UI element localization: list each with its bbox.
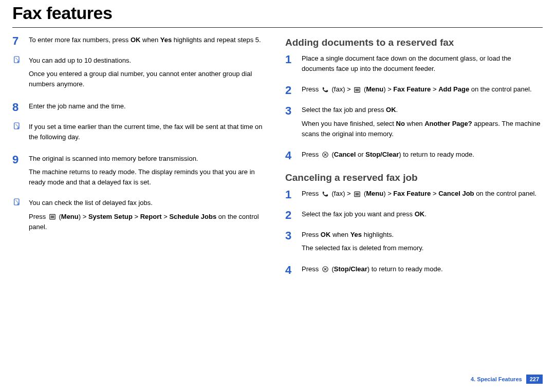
text: >	[133, 213, 140, 220]
step-9: 9 The original is scanned into memory be…	[12, 154, 270, 191]
text: >	[431, 190, 438, 197]
text-bold: Cancel Job	[438, 190, 474, 197]
text: You can add up to 10 destinations.	[29, 55, 270, 66]
right-column: Adding documents to a reserved fax 1 Pla…	[285, 35, 543, 285]
note-icon	[12, 122, 22, 145]
page-number: 227	[526, 375, 543, 384]
step-number: 9	[12, 154, 22, 191]
text: ) >	[383, 85, 393, 93]
left-column: 7 To enter more fax numbers, press OK wh…	[12, 35, 270, 285]
text: To enter more fax numbers, press	[29, 36, 131, 44]
text: If you set a time earlier than the curre…	[29, 122, 270, 142]
step-body: Enter the job name and the time.	[29, 101, 126, 115]
text: (fax) >	[330, 190, 353, 197]
text: The machine returns to ready mode. The d…	[29, 167, 270, 188]
note-body: You can add up to 10 destinations. Once …	[29, 55, 270, 92]
step-number: 2	[285, 84, 294, 98]
text-bold: Stop/Clear	[365, 151, 399, 158]
text: You can check the list of delayed fax jo…	[29, 198, 270, 208]
text: ) >	[383, 190, 393, 197]
text: Press	[302, 231, 321, 238]
cancel-step-1: 1 Press (fax) > (Menu) > Fax Feature > C…	[285, 189, 543, 202]
text-bold: Another Page?	[424, 120, 472, 127]
text-bold: Yes	[160, 36, 172, 44]
add-step-4: 4 Press (Cancel or Stop/Clear) to return…	[285, 150, 543, 163]
text: .	[396, 106, 398, 114]
add-step-3: 3 Select the fax job and press OK. When …	[285, 105, 543, 142]
cancel-step-4: 4 Press (Stop/Clear) to return to ready …	[285, 264, 543, 277]
page-footer: 4. Special Features 227	[471, 375, 543, 384]
text: when	[330, 231, 350, 238]
cancel-step-2: 2 Select the fax job you want and press …	[285, 209, 543, 222]
note-icon	[12, 55, 22, 92]
step-number: 2	[285, 209, 294, 222]
stop-icon	[322, 151, 329, 158]
text-bold: Report	[140, 213, 162, 220]
step-body: Press (Cancel or Stop/Clear) to return t…	[302, 150, 474, 163]
step-body: Select the fax job and press OK. When yo…	[302, 105, 543, 142]
text: >	[162, 213, 170, 220]
step-body: Press (fax) > (Menu) > Fax Feature > Add…	[302, 84, 532, 98]
text-bold: Yes	[350, 231, 362, 238]
text-bold: OK	[321, 231, 331, 238]
step-number: 3	[285, 230, 294, 256]
text: >	[81, 213, 88, 220]
text-bold: Menu	[366, 85, 383, 93]
text: Press	[302, 151, 321, 158]
text: Press	[302, 85, 321, 93]
text: Select the fax job you want and press	[302, 210, 415, 218]
note-body: If you set a time earlier than the curre…	[29, 122, 270, 145]
page-title: Fax features	[12, 0, 543, 27]
text-bold: Stop/Clear	[334, 265, 367, 273]
text: Press	[29, 213, 48, 220]
step-body: Press OK when Yes highlights. The select…	[302, 230, 423, 256]
step-number: 3	[285, 105, 294, 142]
fax-icon	[322, 191, 329, 198]
add-step-2: 2 Press (fax) > (Menu) > Fax Feature > A…	[285, 84, 543, 98]
step-body: To enter more fax numbers, press OK when…	[29, 35, 261, 48]
text: Enter the job name and the time.	[29, 101, 126, 111]
text-bold: System Setup	[88, 213, 133, 220]
fax-icon	[322, 86, 329, 94]
content-columns: 7 To enter more fax numbers, press OK wh…	[12, 35, 543, 285]
text: highlights and repeat steps 5.	[172, 36, 261, 44]
step-number: 4	[285, 150, 294, 163]
step-8: 8 Enter the job name and the time.	[12, 101, 270, 115]
note-body: You can check the list of delayed fax jo…	[29, 198, 270, 235]
text: highlights.	[362, 231, 394, 238]
note-block: You can check the list of delayed fax jo…	[12, 198, 270, 235]
text: ) to return to ready mode.	[367, 265, 443, 273]
chapter-label: 4. Special Features	[471, 376, 522, 382]
text-bold: Fax Feature	[393, 190, 431, 197]
step-number: 1	[285, 53, 294, 77]
cancel-step-3: 3 Press OK when Yes highlights. The sele…	[285, 230, 543, 256]
text: Once you entered a group dial number, yo…	[29, 69, 270, 89]
note-block: You can add up to 10 destinations. Once …	[12, 55, 270, 92]
menu-icon	[354, 191, 361, 198]
text: The original is scanned into memory befo…	[29, 154, 270, 164]
text: ) to return to ready mode.	[399, 151, 474, 158]
text: When you have finished, select	[302, 120, 396, 127]
text: (	[330, 265, 334, 273]
text: when	[405, 120, 424, 127]
section-heading-canceling: Canceling a reserved fax job	[285, 172, 543, 183]
text-bold: Schedule Jobs	[169, 213, 216, 220]
step-body: Place a single document face down on the…	[302, 53, 543, 77]
step-number: 4	[285, 264, 294, 277]
text-bold: No	[396, 120, 405, 127]
text: Place a single document face down on the…	[302, 53, 543, 74]
text: >	[431, 85, 438, 93]
step-number: 8	[12, 101, 22, 115]
manual-page: Fax features 7 To enter more fax numbers…	[0, 0, 555, 392]
text-bold: Menu	[366, 190, 383, 197]
text: when	[140, 36, 160, 44]
step-7: 7 To enter more fax numbers, press OK wh…	[12, 35, 270, 48]
text: (fax) >	[330, 85, 353, 93]
text-bold: Fax Feature	[393, 85, 431, 93]
step-body: Press (Stop/Clear) to return to ready mo…	[302, 264, 443, 277]
note-block: If you set a time earlier than the curre…	[12, 122, 270, 145]
menu-icon	[49, 213, 56, 220]
text-bold: OK	[131, 36, 141, 44]
text: .	[424, 210, 427, 218]
text: Press	[302, 265, 321, 273]
